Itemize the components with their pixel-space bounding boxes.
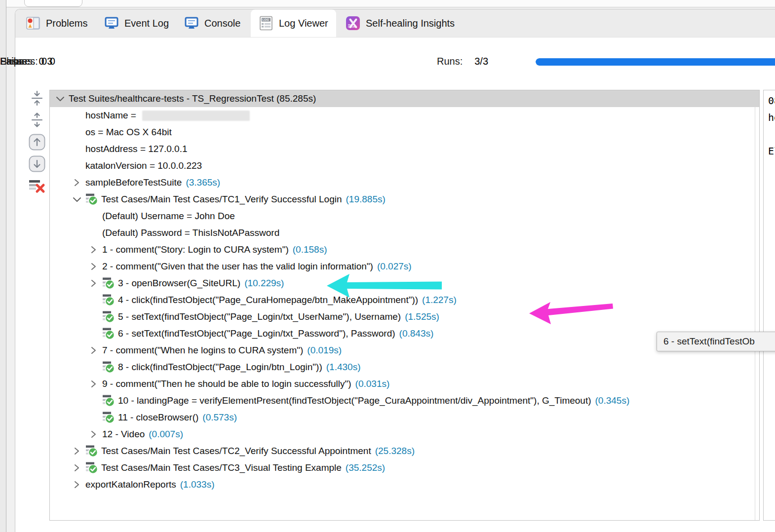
upper-view-edge — [6, 0, 775, 7]
log-tree-row[interactable]: 2 - comment("Given that the user has the… — [50, 258, 759, 275]
log-tree-row[interactable]: Test Cases/Main Test Cases/TC3_Visual Te… — [50, 459, 759, 476]
chevron-right-icon[interactable] — [87, 344, 102, 357]
log-tree-row[interactable]: Test Cases/Main Test Cases/TC2_Verify Su… — [50, 443, 759, 459]
tab-self-healing-insights[interactable]: SELF-HEALINGSelf-healing Insights — [338, 9, 463, 37]
log-tree-row[interactable]: sampleBeforeTestSuite(3.365s) — [50, 174, 759, 191]
detail-text-pane[interactable]: 08he El — [763, 90, 775, 521]
expand-all-button[interactable] — [28, 112, 46, 130]
clear-log-button[interactable] — [28, 178, 46, 196]
scroll-up-icon — [29, 134, 45, 152]
log-tree-row[interactable]: Test Suites/healthcare-tests - TS_Regres… — [50, 90, 759, 107]
clear-log-icon — [28, 178, 46, 196]
log-tree-row[interactable]: 3 - openBrowser(G_SiteURL)(10.229s) — [50, 275, 759, 292]
log-row-text: os = Mac OS X 64bit — [85, 127, 172, 138]
runs-stat: Runs: 3/3 — [437, 56, 488, 67]
chevron-right-icon[interactable] — [71, 461, 85, 474]
redacted-hostname-value — [142, 111, 250, 121]
tab-label: Log Viewer — [279, 18, 328, 29]
log-row-text: 11 - closeBrowser() — [118, 412, 198, 423]
collapse-all-button[interactable] — [28, 90, 46, 108]
row-duration: (10.229s) — [244, 278, 284, 289]
log-row-text: hostAddress = 127.0.0.1 — [85, 144, 188, 154]
tab-event-log[interactable]: Event Log — [96, 9, 177, 37]
log-tree-row[interactable]: 10 - landingPage = verifyElementPresent(… — [50, 392, 759, 409]
log-tree-row[interactable]: 5 - setText(findTestObject("Page_Login/t… — [50, 308, 759, 325]
detail-pane-line: he — [764, 109, 775, 126]
log-row-text: 2 - comment("Given that the user has the… — [102, 261, 373, 272]
row-duration: (0.031s) — [355, 379, 390, 389]
log-tree-row[interactable]: hostName = — [50, 107, 759, 124]
test-passed-icon — [102, 361, 118, 374]
log-tree-row[interactable]: 8 - click(findTestObject("Page_Login/btn… — [50, 359, 759, 376]
workbench-left-strip — [0, 0, 6, 532]
log-row-text: 5 - setText(findTestObject("Page_Login/t… — [118, 311, 401, 322]
row-duration: (19.885s) — [346, 194, 386, 205]
log-tree-row[interactable]: 4 - click(findTestObject("Page_CuraHomep… — [50, 292, 759, 308]
run-progress-bar — [536, 58, 775, 66]
row-duration: (0.027s) — [377, 261, 412, 272]
skips-value: 0 — [39, 56, 44, 67]
tab-label: Self-healing Insights — [366, 18, 455, 29]
tab-label: Event Log — [124, 18, 169, 29]
log-tree-row[interactable]: os = Mac OS X 64bit — [50, 124, 759, 141]
chevron-right-icon[interactable] — [87, 243, 102, 256]
log-tree-row[interactable]: 6 - setText(findTestObject("Page_Login/t… — [50, 325, 759, 342]
row-duration: (0.345s) — [595, 395, 630, 406]
log-row-text: 10 - landingPage = verifyElementPresent(… — [118, 395, 591, 406]
log-tree-row[interactable]: 12 - Video(0.007s) — [50, 426, 759, 443]
scroll-up-button[interactable] — [28, 134, 46, 152]
log-tree-row[interactable]: 9 - comment("Then he should be able to l… — [50, 376, 759, 392]
chevron-right-icon[interactable] — [87, 260, 102, 273]
tab-log-viewer[interactable]: LOGLog Viewer — [251, 9, 336, 37]
row-duration: (3.365s) — [186, 177, 220, 188]
log-row-text: 7 - comment("When he logins to CURA syst… — [102, 345, 303, 356]
log-row-text: exportKatalonReports — [85, 479, 176, 490]
log-row-text: 12 - Video — [102, 429, 145, 440]
tab-problems[interactable]: Problems — [18, 9, 95, 37]
expand-all-icon — [30, 112, 44, 130]
log-tree-row[interactable]: Test Cases/Main Test Cases/TC1_Verify Su… — [50, 191, 759, 208]
upper-view-tab-remnant — [24, 0, 82, 7]
log-tree-row[interactable]: 7 - comment("When he logins to CURA syst… — [50, 342, 759, 359]
test-passed-icon — [85, 461, 101, 474]
chevron-down-icon[interactable] — [71, 193, 85, 206]
log-tree-row[interactable]: (Default) Password = ThisIsNotAPassword — [50, 225, 759, 241]
log-tree-row[interactable]: exportKatalonReports(1.033s) — [50, 476, 759, 493]
chevron-right-icon[interactable] — [71, 478, 85, 491]
chevron-right-icon[interactable] — [71, 176, 85, 189]
log-viewer-icon: LOG — [259, 16, 273, 31]
tab-console[interactable]: Console — [176, 9, 248, 37]
log-tree-row[interactable]: 11 - closeBrowser()(0.573s) — [50, 409, 759, 426]
test-passed-icon — [102, 277, 118, 290]
scroll-down-button[interactable] — [28, 156, 46, 174]
katalon-log-viewer-screen: { "tabs": { "items": [ {"label": "Proble… — [0, 0, 775, 532]
log-tree-row[interactable]: katalonVersion = 10.0.0.223 — [50, 157, 759, 174]
test-passed-icon — [102, 310, 118, 323]
svg-text:LOG: LOG — [263, 18, 270, 21]
row-duration: (0.573s) — [202, 412, 237, 423]
row-duration: (1.430s) — [326, 362, 361, 373]
log-tree-row[interactable]: (Default) Username = John Doe — [50, 208, 759, 225]
chevron-right-icon[interactable] — [87, 428, 102, 441]
hover-tooltip: 6 - setText(findTestOb — [657, 332, 775, 351]
log-row-text: katalonVersion = 10.0.0.223 — [85, 160, 202, 171]
self-healing-icon: SELF-HEALING — [346, 16, 360, 31]
test-passed-icon — [102, 411, 118, 424]
log-tree-row[interactable]: 1 - comment("Story: Login to CURA system… — [50, 241, 759, 258]
detail-pane-line: 08 — [764, 90, 775, 109]
log-row-text: 6 - setText(findTestObject("Page_Login/t… — [118, 328, 395, 339]
row-duration: (1.227s) — [422, 295, 457, 305]
chevron-right-icon[interactable] — [87, 277, 102, 290]
log-tree-row[interactable]: hostAddress = 127.0.0.1 — [50, 141, 759, 157]
skips-label: Skips: — [0, 56, 27, 67]
event-log-icon — [104, 16, 119, 31]
log-row-text: sampleBeforeTestSuite — [85, 177, 182, 188]
scroll-down-icon — [29, 155, 45, 174]
chevron-down-icon[interactable] — [54, 92, 69, 105]
test-passed-icon — [102, 294, 118, 306]
log-tree[interactable]: Test Suites/healthcare-tests - TS_Regres… — [49, 90, 760, 521]
chevron-right-icon[interactable] — [87, 378, 102, 390]
tab-label: Console — [204, 18, 240, 29]
log-row-text: 4 - click(findTestObject("Page_CuraHomep… — [118, 295, 418, 305]
chevron-right-icon[interactable] — [71, 445, 85, 457]
